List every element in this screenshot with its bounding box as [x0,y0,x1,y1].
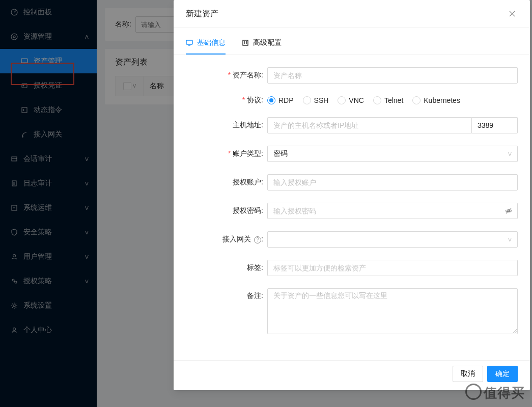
radio-kubernetes[interactable]: Kubernetes [412,96,460,104]
asset-name-input[interactable] [267,67,518,84]
create-asset-modal: 新建资产 基础信息 高级配置 *资产名称: *协议: RDP SSH VNC [174,0,530,390]
protocol-radio-group: RDP SSH VNC Telnet Kubernetes [267,96,518,104]
svg-rect-15 [186,40,192,44]
gateway-select[interactable]: ᐯ [267,231,518,248]
label-host: 主机地址: [186,121,267,130]
sliders-icon [242,39,249,46]
radio-vnc[interactable]: VNC [338,96,364,104]
port-input[interactable] [472,117,518,133]
modal-title: 新建资产 [186,9,218,19]
host-input[interactable] [267,117,472,133]
radio-rdp[interactable]: RDP [267,96,294,104]
select-value: 密码 [273,149,288,158]
chevron-down-icon: ᐯ [508,237,512,242]
modal-header: 新建资产 [174,0,530,28]
close-icon [509,10,516,17]
tags-input[interactable] [267,260,518,276]
auth-account-input[interactable] [267,174,518,191]
account-type-select[interactable]: 密码 ᐯ [267,146,518,162]
tab-advanced[interactable]: 高级配置 [242,32,282,55]
tab-label: 基础信息 [197,38,226,47]
label-tags: 标签: [186,263,267,273]
ok-button[interactable]: 确定 [487,366,518,382]
radio-ssh[interactable]: SSH [303,96,329,104]
modal-body: *资产名称: *协议: RDP SSH VNC Telnet Kubernete… [174,55,530,360]
help-icon[interactable]: ? [254,236,261,243]
radio-telnet[interactable]: Telnet [373,96,403,104]
modal-footer: 取消 确定 [174,360,530,390]
toggle-password-visibility[interactable] [505,207,513,215]
cancel-button[interactable]: 取消 [453,366,483,382]
label-protocol: *协议: [186,96,267,105]
label-remark: 备注: [186,288,267,301]
close-button[interactable] [507,8,518,19]
remark-textarea[interactable] [267,288,518,334]
label-asset-name: *资产名称: [186,71,267,80]
modal-tabs: 基础信息 高级配置 [174,32,530,55]
label-gateway: 接入网关 ?: [186,235,267,244]
label-auth-account: 授权账户: [186,178,267,187]
label-account-type: *账户类型: [186,149,267,158]
svg-rect-16 [243,40,248,45]
monitor-icon [186,39,193,46]
chevron-down-icon: ᐯ [508,151,512,157]
tab-label: 高级配置 [253,38,282,47]
eye-off-icon [505,207,513,215]
auth-password-input[interactable] [267,203,518,219]
label-auth-password: 授权密码: [186,206,267,215]
tab-basic[interactable]: 基础信息 [186,32,226,55]
